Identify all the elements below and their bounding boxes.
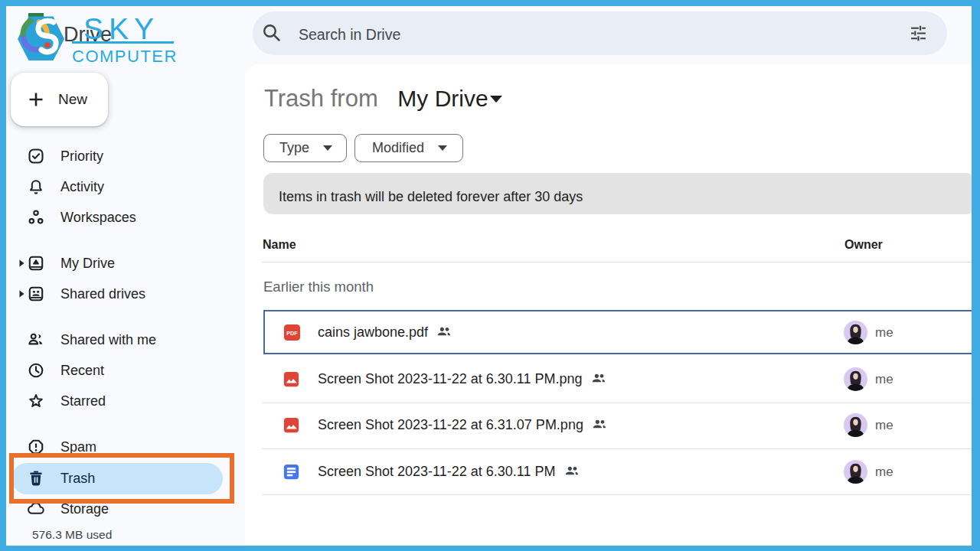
svg-text:PDF: PDF	[286, 331, 298, 337]
